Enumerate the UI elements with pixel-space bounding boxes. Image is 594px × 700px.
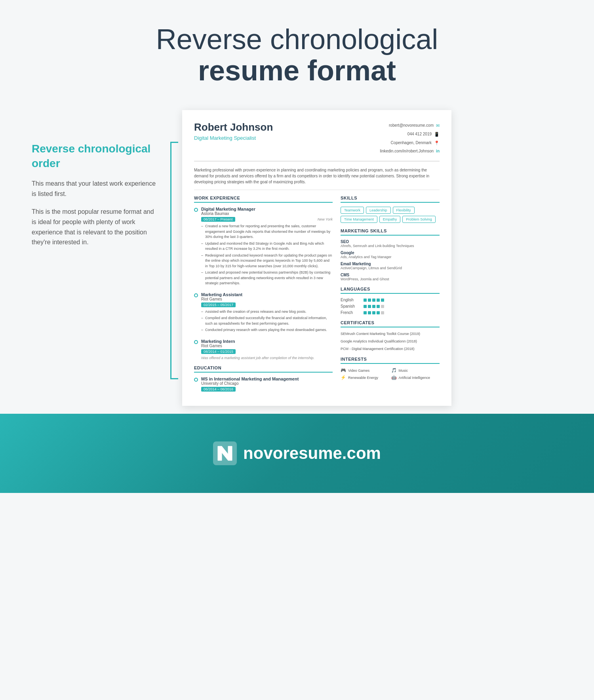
job-bullets-2: Assisted with the creation of press rele…: [201, 309, 333, 333]
languages-section-title: LANGUAGES: [341, 287, 440, 294]
job-company-1: Astoria Baumax: [201, 211, 333, 216]
dot: [368, 305, 371, 308]
brand-name: novoresume.com: [243, 444, 381, 463]
interest-label-video-games: Video Games: [348, 369, 369, 373]
resume-card: Robert Johnson Digital Marketing Special…: [182, 110, 451, 406]
job-company-2: Riot Games: [201, 297, 333, 301]
title-light: Reverse chronological: [8, 24, 586, 55]
logo-n-icon: [213, 441, 237, 465]
resume-contact: robert@novoresume.com ✉ 044 412 2019 📱 C…: [380, 121, 440, 155]
contact-phone: 044 412 2019 📱: [380, 130, 440, 139]
job-company-3: Riot Games: [201, 344, 333, 348]
phone-text: 044 412 2019: [407, 130, 432, 138]
email-icon: ✉: [436, 121, 440, 130]
lang-spanish: Spanish: [341, 304, 440, 308]
ms-item-cms: CMS WordPress, Joomla and Ghost: [341, 273, 440, 281]
work-experience-section-title: WORK EXPERIENCE: [194, 196, 333, 203]
interest-video-games: 🎮 Video Games: [341, 368, 389, 373]
interest-ai: 🤖 Artificial Intelligence: [391, 375, 440, 380]
resume-header: Robert Johnson Digital Marketing Special…: [194, 121, 440, 162]
ms-item-google: Google Ads, Analytics and Tag Manager: [341, 251, 440, 259]
ms-detail-google: Ads, Analytics and Tag Manager: [341, 255, 440, 259]
bracket-decoration: [170, 142, 178, 379]
phone-icon: 📱: [434, 130, 440, 139]
lang-name-english: English: [341, 298, 360, 302]
resume-right-column: SKILLS Teamwork Leadership Flexibility T…: [341, 196, 440, 395]
job-title-2: Marketing Assistant: [201, 292, 333, 297]
lang-name-french: French: [341, 310, 360, 315]
dot: [377, 305, 380, 308]
ms-title-seo: SEO: [341, 240, 440, 244]
dot: [377, 311, 380, 314]
location-text: Copenhagen, Denmark: [391, 139, 432, 147]
contact-location: Copenhagen, Denmark 📍: [380, 139, 440, 147]
job-bullets-1: Created a new format for reporting and p…: [201, 224, 333, 286]
main-content: Reverse chronological order This means t…: [0, 102, 594, 414]
interest-renewable-energy: ⚡ Renewable Energy: [341, 375, 389, 380]
ms-detail-cms: WordPress, Joomla and Ghost: [341, 277, 440, 281]
lang-dots-spanish: [364, 305, 384, 308]
ai-icon: 🤖: [391, 375, 397, 380]
bullet-1-1: Created a new format for reporting and p…: [201, 224, 333, 240]
renewable-energy-icon: ⚡: [341, 375, 346, 380]
dot: [364, 305, 367, 308]
lang-english: English: [341, 298, 440, 302]
job-item-1: Digital Marketing Manager Astoria Baumax…: [194, 207, 333, 287]
ms-title-google: Google: [341, 251, 440, 255]
job-meta-2: 02/2015 – 05/2017: [201, 302, 333, 307]
dot: [381, 305, 384, 308]
lang-dots-english: [364, 299, 384, 302]
interests-grid: 🎮 Video Games 🎵 Music ⚡ Renewable Energy: [341, 368, 440, 380]
resume-body: WORK EXPERIENCE Digital Marketing Manage…: [194, 196, 440, 395]
dot: [364, 299, 367, 302]
edu-item-1: MS in International Marketing and Manage…: [194, 377, 333, 392]
certificates-list: SEMrush Content Marketing Toolkit Course…: [341, 331, 440, 351]
skill-empathy: Empathy: [379, 216, 401, 223]
ms-item-email: Email Marketing ActiveCampaign, Litmus a…: [341, 262, 440, 270]
lang-french: French: [341, 310, 440, 315]
interest-label-ai: Artificial Intelligence: [399, 376, 430, 380]
sidebar-text-1: This means that your latest work experie…: [32, 179, 158, 199]
bullet-2-3: Conducted primary research with users pl…: [201, 327, 333, 333]
page-wrapper: Reverse chronological resume format Reve…: [0, 0, 594, 493]
dot: [381, 299, 384, 302]
dot: [372, 305, 375, 308]
video-games-icon: 🎮: [341, 368, 346, 373]
job-circle-3: [194, 340, 198, 344]
email-text: robert@novoresume.com: [389, 122, 434, 129]
job-details-3: Marketing Intern Riot Games 08/2014 – 01…: [201, 339, 333, 360]
ms-detail-email: ActiveCampaign, Litmus and SendGrid: [341, 266, 440, 270]
interest-label-music: Music: [399, 369, 408, 373]
marketing-skills-list: SEO Ahrefs, Semrush and Link-building Te…: [341, 240, 440, 281]
marketing-skills-section-title: MARKETING SKILLS: [341, 228, 440, 236]
job-meta-3: 08/2014 – 01/2015: [201, 349, 333, 354]
resume-job-title: Digital Marketing Specialist: [194, 135, 273, 141]
lang-name-spanish: Spanish: [341, 304, 360, 308]
header-section: Reverse chronological resume format: [0, 0, 594, 102]
skill-leadership: Leadership: [366, 207, 391, 214]
job-date-2: 02/2015 – 05/2017: [201, 302, 236, 307]
resume-identity: Robert Johnson Digital Marketing Special…: [194, 121, 273, 141]
edu-degree-1: MS in International Marketing and Manage…: [201, 377, 299, 381]
ms-title-cms: CMS: [341, 273, 440, 277]
cert-item-3: PCM - Digital Management Certification (…: [341, 346, 440, 352]
bullet-2-2: Compiled and distributed successfully th…: [201, 316, 333, 326]
dot: [368, 299, 371, 302]
ms-detail-seo: Ahrefs, Semrush and Link-building Techni…: [341, 244, 440, 248]
skill-problem-solving: Problem Solving: [402, 216, 436, 223]
job-details-2: Marketing Assistant Riot Games 02/2015 –…: [201, 292, 333, 334]
linkedin-icon: in: [436, 147, 440, 155]
dot: [364, 311, 367, 314]
resume-summary: Marketing professional with proven exper…: [194, 167, 440, 190]
edu-circle-1: [194, 378, 198, 382]
job-circle-1: [194, 208, 198, 212]
job-title-3: Marketing Intern: [201, 339, 333, 344]
left-sidebar: Reverse chronological order This means t…: [32, 110, 158, 255]
bullet-1-3: Redesigned and conducted keyword researc…: [201, 253, 333, 269]
interest-label-renewable-energy: Renewable Energy: [348, 376, 378, 380]
job-date-3: 08/2014 – 01/2015: [201, 349, 236, 354]
music-icon: 🎵: [391, 368, 397, 373]
certificates-section-title: CERTIFICATES: [341, 320, 440, 327]
ms-item-seo: SEO Ahrefs, Semrush and Link-building Te…: [341, 240, 440, 248]
skill-time-management: Time Management: [341, 216, 377, 223]
